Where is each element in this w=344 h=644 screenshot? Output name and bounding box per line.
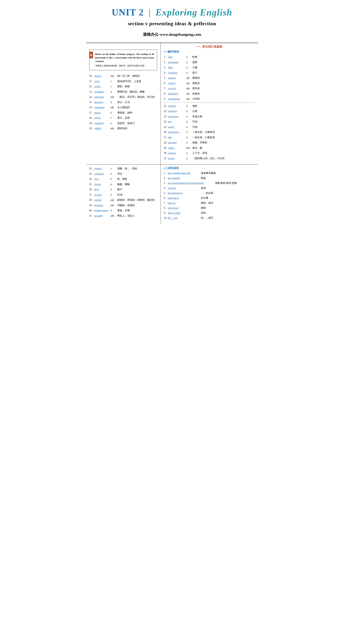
- list-item: 10. unique adj. 独一无二的，独特的: [89, 74, 157, 78]
- list-item: 39. negative adj. 消极的，负面的: [89, 203, 157, 207]
- list-item: 15. behavior n. 举止，行为: [89, 100, 157, 104]
- unit-number: UNIT 2: [112, 7, 144, 18]
- list-item: 29. rather adv. 相当，颇: [164, 146, 255, 150]
- list-item: 16. confusing adj. 令人困惑的: [89, 105, 157, 110]
- list-item: 22. highway n. 公路: [164, 109, 255, 113]
- list-item: 8. homesick adj. 想家的: [164, 92, 255, 96]
- list-item: 9. fill in a form 填表: [164, 211, 255, 215]
- main-content: 背金句2025 Books are the ladder of human pr…: [86, 43, 258, 164]
- quote-english: Books are the ladder of human progress. …: [95, 52, 154, 63]
- right-vocab-mid: 21. subway n. 地铁 22. highway n. 公路 23. m…: [164, 104, 255, 160]
- list-item: 33. comment n. 评论: [89, 172, 157, 176]
- list-item: 26. apartment n. 一套住房，公寓套房: [164, 130, 255, 134]
- list-item: 14. opposing adj. （观点、意见等）相反的，对立的: [89, 95, 157, 99]
- list-item: 32. remind v. 提醒，使……想起: [89, 166, 157, 170]
- list-item: 6. look out of 向外看: [164, 196, 255, 200]
- list-item: 2. pineapple n. 菠萝: [164, 60, 255, 64]
- list-item: 36. boot n. 靴子: [89, 188, 157, 192]
- list-item: 37. section n. 区域: [89, 193, 157, 197]
- list-item: 30. context n. 上下文，语境: [164, 151, 255, 155]
- list-item: 11. wind v. 摇动(把手等)，上发条: [89, 79, 157, 83]
- bottom-right-col: (二)译出短语 1. have trouble doing sth. 做某事有困…: [161, 165, 258, 224]
- list-item: 3. ham n. 火腿: [164, 66, 255, 70]
- title-divider: |: [149, 7, 151, 18]
- list-item: 31. forum n. （因特网上的）论坛，讨论区: [164, 156, 255, 160]
- list-item: 18. reflect v. 显示，反映: [89, 116, 157, 120]
- unit-name: Exploring English: [156, 7, 232, 18]
- sub-heading-phrases: (二)译出短语: [164, 166, 255, 170]
- list-item: 23. motorway n. 高速公路: [164, 114, 255, 118]
- right-vocab-top: 1. pine n. 松树 2. pineapple n. 菠萝 3. ham …: [164, 55, 255, 101]
- mid-divider: [164, 102, 255, 102]
- list-item: 19. creativity n. 创造性，创造力: [89, 121, 157, 125]
- website-label: 道格办公-www.daogebangong.com: [97, 32, 247, 37]
- list-item: 1. pine n. 松树: [164, 55, 255, 59]
- list-item: 27. flat n. 一套住房，公寓套房: [164, 135, 255, 140]
- sub-heading-dictation: (一)默写单词: [164, 50, 255, 54]
- list-item: 7. burn up 烧毁，烧尽: [164, 201, 255, 205]
- list-item: 35. throat n. 喉咙，咽喉: [89, 182, 157, 186]
- bottom-left-col: 32. remind v. 提醒，使……想起 33. comment n. 评论…: [86, 165, 161, 224]
- list-item: 10. fill … out 把……填写: [164, 216, 255, 220]
- right-column-top: 一、单元词汇再盘查 (一)默写单词 1. pine n. 松树 2. pinea…: [161, 43, 258, 164]
- list-item: 38. wicked adj. 缺德的，邪恶的；很棒的，极好的: [89, 198, 157, 202]
- left-vocab-section: 10. unique adj. 独一无二的，独特的 11. wind v. 摇动…: [89, 74, 157, 130]
- unit-title: UNIT 2 | Exploring English: [97, 7, 247, 18]
- list-item: 7. carsick adj. 晕车的: [164, 86, 255, 90]
- list-item: 17. alarm n. 警报器，闹钟: [89, 111, 157, 115]
- list-item: 24. gas n. 汽油: [164, 120, 255, 124]
- list-item: 4. speak of 谈到: [164, 186, 255, 190]
- section-title: section v presenting ideas & peflection: [97, 21, 247, 26]
- quote-label-bg: 背金句2025: [89, 52, 93, 58]
- quote-chinese: 书籍是人类进步的阶梯。读好书，如同与先哲们交谈。: [95, 64, 154, 68]
- list-item: 6. airsick adj. 晕机的: [164, 81, 255, 85]
- list-item: 28. elevator n. 电梯，升降机: [164, 140, 255, 144]
- list-item: 9. capitalized adj. 大写的: [164, 97, 255, 101]
- list-item: 41. actually adv. 事实上，实际上: [89, 214, 157, 218]
- list-item: 4. eggplant n. 茄子: [164, 71, 255, 75]
- list-item: 8. burn down 烧毁: [164, 206, 255, 210]
- list-item: 13. sculpture n. 雕塑作品，雕刻品，雕像: [89, 90, 157, 94]
- list-item: 5. seasick adj. 晕船的: [164, 76, 255, 80]
- list-item: 20. visible adj. 看得见的: [89, 126, 157, 130]
- list-item: 5. the opposite of ……的反面: [164, 191, 255, 195]
- list-item: 21. subway n. 地铁: [164, 104, 255, 108]
- quote-box: 背金句2025 Books are the ladder of human pr…: [89, 50, 157, 70]
- header-section: UNIT 2 | Exploring English section v pre…: [86, 0, 258, 42]
- list-item: 3. get seasick/airsick/carsick/homesick …: [164, 181, 255, 185]
- bottom-left-vocab: 32. remind v. 提醒，使……想起 33. comment n. 评论…: [89, 166, 157, 218]
- section-heading: 一、单元词汇再盘查: [164, 45, 255, 49]
- list-item: 12. sculpt v. 雕刻，雕塑: [89, 84, 157, 88]
- list-item: 1. have trouble doing sth. 做某事有困难: [164, 171, 255, 175]
- list-item: 40. misadventure n. 事故，灾难: [89, 208, 157, 212]
- list-item: 34. frog n. 蛙，青蛙: [89, 177, 157, 181]
- phrases-list: 1. have trouble doing sth. 做某事有困难 2. for…: [164, 171, 255, 220]
- list-item: 25. petrol n. 汽油: [164, 125, 255, 129]
- bottom-section: 32. remind v. 提醒，使……想起 33. comment n. 评论…: [86, 164, 258, 224]
- quote-content: Books are the ladder of human progress. …: [95, 52, 154, 68]
- left-column-top: 背金句2025 Books are the ladder of human pr…: [86, 43, 161, 164]
- list-item: 2. for example 例如: [164, 176, 255, 180]
